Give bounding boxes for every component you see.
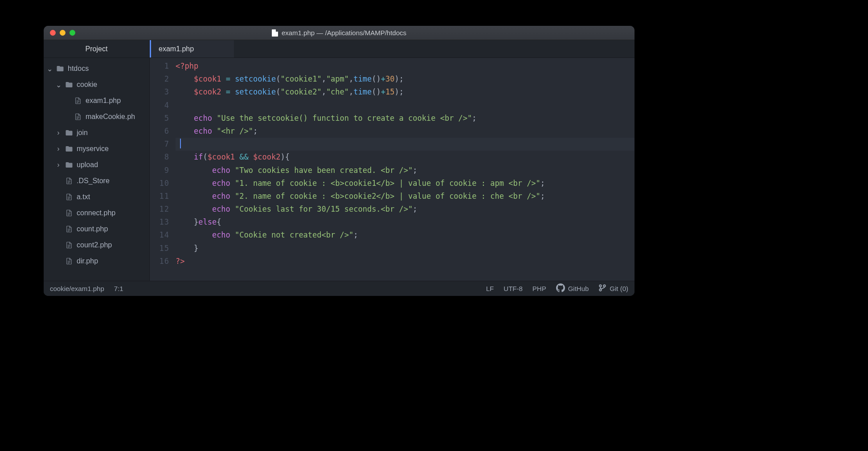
tree-item-label: htdocs [68,65,89,73]
tree-file[interactable]: count2.php [44,237,149,253]
status-cursor-pos[interactable]: 7:1 [114,285,123,292]
tree-item-label: a.txt [77,193,90,201]
code-line[interactable] [176,99,635,112]
chevron-right-icon: › [55,129,61,137]
chevron-right-icon: › [55,161,61,169]
tree-item-label: upload [77,161,98,169]
file-tree[interactable]: ⌄htdocs⌄cookieexam1.phpmakeCookie.ph›joi… [44,58,149,281]
github-label: GitHub [568,285,589,292]
folder-icon [65,129,73,137]
code-line[interactable]: ?> [176,255,635,268]
file-icon [272,29,278,37]
status-language[interactable]: PHP [532,285,546,292]
tree-folder[interactable]: ›join [44,125,149,141]
tree-file[interactable]: .DS_Store [44,173,149,189]
status-git[interactable]: Git (0) [598,284,628,293]
status-bar: cookie/exam1.php 7:1 LF UTF-8 PHP GitHub… [44,281,635,296]
code-line[interactable] [176,138,635,151]
file-icon [65,193,73,201]
status-github[interactable]: GitHub [556,283,589,294]
window-title: exam1.php — /Applications/MAMP/htdocs [44,29,635,37]
line-gutter: 12345678910111213141516 [150,58,176,281]
editor-window: exam1.php — /Applications/MAMP/htdocs Pr… [44,26,635,296]
tree-item-label: exam1.php [86,97,121,105]
svg-point-1 [600,289,602,291]
file-icon [65,177,73,185]
svg-point-2 [604,285,606,287]
github-icon [556,283,565,294]
tab-exam1[interactable]: exam1.php [150,40,234,57]
code-line[interactable]: $cook1 = setcookie("cookie1","apm",time(… [176,73,635,86]
tree-item-label: count.php [77,225,108,233]
text-cursor [180,139,181,148]
tree-folder[interactable]: ›upload [44,157,149,173]
status-path[interactable]: cookie/exam1.php [50,285,104,292]
folder-icon [65,161,73,169]
window-title-text: exam1.php — /Applications/MAMP/htdocs [282,29,406,37]
status-encoding[interactable]: UTF-8 [504,285,523,292]
folder-icon [56,65,64,73]
chevron-down-icon: ⌄ [55,81,61,89]
code-line[interactable]: echo "Cookie not created<br />"; [176,229,635,242]
git-branch-icon [598,284,606,293]
git-label: Git (0) [610,285,628,292]
project-sidebar: Project ⌄htdocs⌄cookieexam1.phpmakeCooki… [44,40,150,281]
tree-item-label: .DS_Store [77,177,110,185]
tree-file[interactable]: dir.php [44,253,149,269]
tree-item-label: count2.php [77,241,112,249]
file-icon [74,97,82,105]
titlebar[interactable]: exam1.php — /Applications/MAMP/htdocs [44,26,635,40]
file-icon [65,257,73,265]
code-editor[interactable]: 12345678910111213141516 <?php $cook1 = s… [150,58,635,281]
file-icon [65,225,73,233]
tree-file[interactable]: count.php [44,221,149,237]
file-icon [65,241,73,249]
svg-point-0 [600,285,602,287]
code-line[interactable]: }else{ [176,216,635,229]
folder-icon [65,145,73,153]
tree-item-label: cookie [77,81,97,89]
code-line[interactable]: echo "Cookies last for 30/15 seconds.<br… [176,203,635,216]
tree-item-label: myservice [77,145,109,153]
code-line[interactable]: $cook2 = setcookie("cookie2","che",time(… [176,86,635,98]
code-line[interactable]: echo "<hr />"; [176,125,635,138]
tab-label: exam1.php [159,45,194,53]
tree-file[interactable]: a.txt [44,189,149,205]
tree-file[interactable]: makeCookie.ph [44,109,149,125]
code-line[interactable]: } [176,242,635,255]
tree-item-label: makeCookie.ph [86,113,135,121]
tree-folder[interactable]: ⌄cookie [44,77,149,93]
tree-folder[interactable]: ›myservice [44,141,149,157]
chevron-right-icon: › [55,145,61,153]
code-line[interactable]: if($cook1 && $cook2){ [176,151,635,164]
tab-bar[interactable]: exam1.php [150,40,635,58]
sidebar-header: Project [44,40,149,58]
code-line[interactable]: echo "Two cookies have been created. <br… [176,164,635,177]
status-eol[interactable]: LF [486,285,494,292]
folder-icon [65,81,73,89]
code-area[interactable]: <?php $cook1 = setcookie("cookie1","apm"… [176,60,635,268]
file-icon [65,209,73,217]
chevron-down-icon: ⌄ [46,65,53,73]
tree-item-label: dir.php [77,257,98,265]
tree-file[interactable]: exam1.php [44,93,149,109]
editor-main: exam1.php 12345678910111213141516 <?php … [150,40,635,281]
tree-item-label: connect.php [77,209,115,217]
tree-item-label: join [77,129,88,137]
code-line[interactable]: echo "Use the setcookie() function to cr… [176,112,635,125]
code-line[interactable]: <?php [176,60,635,73]
file-icon [74,113,82,121]
code-line[interactable]: echo "2. name of cookie : <b>cookie2</b>… [176,190,635,203]
code-line[interactable]: echo "1. name of cookie : <b>cookie1</b>… [176,177,635,190]
tree-file[interactable]: connect.php [44,205,149,221]
tree-folder[interactable]: ⌄htdocs [44,61,149,77]
